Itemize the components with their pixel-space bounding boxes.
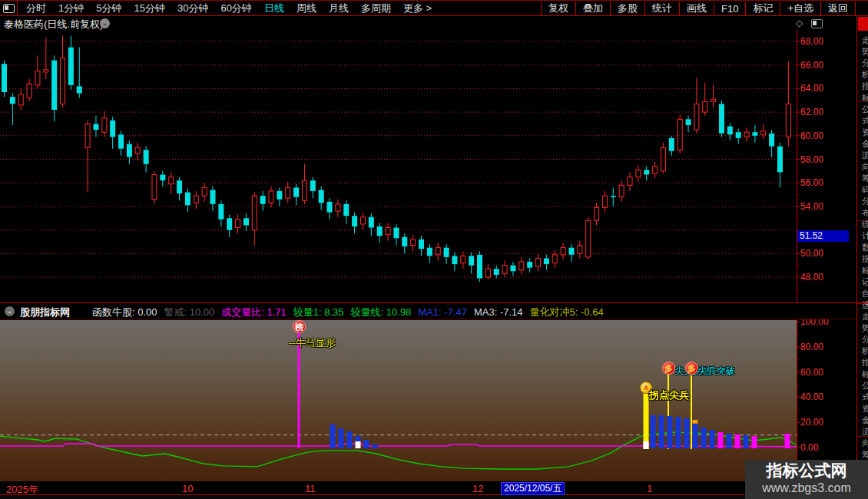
strip-label-char: 走	[862, 312, 868, 321]
period-tab-日线[interactable]: 日线	[258, 2, 290, 15]
strip-label-char: 指	[862, 82, 868, 91]
right-sidebar-strip[interactable]: 走势分析指标公式资金流向筹码分布统计数据标记自选走势分析指标公式资金流向筹码分	[856, 16, 868, 499]
selected-date-badge: 2025/12/05/五	[501, 482, 565, 495]
bottom-sliver	[0, 496, 868, 499]
action-button-标记[interactable]: 标记	[745, 2, 780, 15]
year-label: 2025年	[6, 483, 38, 497]
strip-label-char: 分	[862, 197, 868, 206]
indicator-source: 股朋指标网	[20, 306, 70, 319]
strip-label-char: 式	[862, 393, 868, 402]
strip-label-char: 向	[862, 439, 868, 448]
action-button-复权[interactable]: 复权	[541, 2, 575, 15]
period-tab-15分钟[interactable]: 15分钟	[128, 2, 171, 15]
strip-label-char: 记	[862, 278, 868, 286]
price-label-62.00: 62.00	[800, 107, 823, 117]
strip-label-char: 据	[862, 255, 868, 263]
indicator-field: MA1: -7.47	[418, 306, 467, 318]
layout-icon	[3, 4, 15, 13]
strip-label-char: 流	[862, 428, 868, 436]
candlestick-chart-area[interactable]	[0, 31, 797, 302]
strip-label-char: 走	[862, 36, 868, 45]
period-tab-周线[interactable]: 周线	[290, 2, 323, 15]
price-label-56.00: 56.00	[800, 177, 823, 188]
period-tab-60分钟[interactable]: 60分钟	[214, 2, 257, 15]
price-label-54.00: 54.00	[800, 201, 823, 212]
strip-label-char: 资	[862, 128, 868, 137]
strip-label-char: 分	[862, 59, 868, 68]
period-tab-月线[interactable]: 月线	[323, 2, 355, 15]
strip-label-char: 资	[862, 405, 868, 413]
strip-label-char: 计	[862, 232, 868, 240]
strip-label-char: 分	[862, 335, 868, 344]
toolbar-actions: 复权叠加多股统计画线F10标记+自选返回	[541, 1, 856, 16]
price-label-48.00: 48.00	[800, 272, 823, 283]
duo-marker-badge: 多	[685, 362, 698, 375]
price-label-50.00: 50.00	[800, 248, 823, 259]
month-label-10: 10	[182, 483, 193, 494]
action-button-画线[interactable]: 画线	[679, 2, 714, 15]
strip-label-char: 公	[862, 382, 868, 390]
diamond-icon: ◇	[796, 18, 803, 28]
strip-label-char: 金	[862, 416, 868, 425]
turn-annotation: 拐点尖兵	[649, 388, 689, 402]
period-tab-多周期[interactable]: 多周期	[355, 2, 397, 15]
more-menu-button[interactable]: 更多 >	[397, 2, 438, 15]
action-button-返回[interactable]: 返回	[820, 2, 856, 15]
period-tab-5分钟[interactable]: 5分钟	[90, 2, 128, 15]
strip-label-char: 标	[862, 94, 868, 102]
period-tab-分时[interactable]: 分时	[20, 2, 52, 15]
strip-label-char: 码	[862, 186, 868, 194]
strip-label-char: 析	[862, 71, 868, 79]
breakout-annotation: 尖兵突破	[698, 365, 735, 378]
duo-marker-badge: 多	[662, 362, 675, 375]
strip-label-char: 统	[862, 220, 868, 229]
strip-label-char: 布	[862, 209, 868, 217]
strip-label-char: 指	[862, 359, 868, 367]
divider	[0, 302, 868, 303]
strip-label-char: 势	[862, 48, 868, 56]
axis-border	[797, 31, 797, 495]
tdx-window: 分时1分钟5分钟15分钟30分钟60分钟日线周线月线多周期更多 > 复权叠加多股…	[0, 0, 868, 499]
indicator-field: 函数牛股: 0.00	[92, 306, 157, 318]
month-label-11: 11	[305, 483, 316, 494]
strip-label-char: 数	[862, 243, 868, 252]
period-tabs: 分时1分钟5分钟15分钟30分钟60分钟日线周线月线多周期更多 >	[20, 1, 438, 16]
strip-label-char: 流	[862, 151, 868, 160]
strip-label-char: 筹	[862, 451, 868, 459]
action-button-多股[interactable]: 多股	[610, 2, 644, 15]
indicator-field: 成交量比: 1.71	[221, 306, 287, 318]
indicator-field: 较量线: 10.98	[351, 306, 412, 318]
watermark: 指标公式网 www.zbgs3.com	[745, 460, 868, 499]
time-axis: 2025年 2025/12/05/五 1011121	[0, 482, 868, 495]
strip-label-char: 筹	[862, 174, 868, 183]
action-button-F10[interactable]: F10	[714, 3, 745, 15]
indicator-header: ⌄ 股朋指标网 函数牛股: 0.00警戒: 10.00成交量比: 1.71较量1…	[0, 303, 856, 319]
chevron-down-icon[interactable]: ⌄	[100, 18, 110, 28]
strip-red-button[interactable]	[858, 17, 868, 31]
price-label-66.00: 66.00	[800, 60, 823, 71]
title-bar: 泰格医药(日线.前复权) ⌄ ◇	[0, 16, 856, 31]
panel-icon	[811, 19, 823, 28]
indicator-field: MA3: -7.14	[474, 306, 523, 318]
period-tab-30分钟[interactable]: 30分钟	[171, 2, 214, 15]
bang-marker-badge: 榜	[293, 320, 306, 333]
stock-title: 泰格医药(日线.前复权)	[4, 18, 103, 31]
indicator-label-80.00: 80.00	[800, 342, 823, 352]
indicator-values: 函数牛股: 0.00警戒: 10.00成交量比: 1.71较量1: 8.35较量…	[92, 306, 611, 319]
price-label-68.00: 68.00	[800, 36, 823, 47]
layout-toggle-button[interactable]	[0, 1, 18, 16]
collapse-indicator-icon[interactable]: ⌄	[5, 306, 15, 316]
price-label-64.00: 64.00	[800, 83, 823, 94]
strip-label-char: 公	[862, 105, 868, 114]
action-button-统计[interactable]: 统计	[644, 2, 679, 15]
price-label-58.00: 58.00	[800, 154, 823, 165]
strip-label-char: 析	[862, 347, 868, 355]
window-icon[interactable]	[811, 19, 823, 28]
period-tab-1分钟[interactable]: 1分钟	[52, 2, 90, 15]
action-button-叠加[interactable]: 叠加	[575, 2, 610, 15]
strip-label-char: 式	[862, 117, 868, 125]
action-button-+自选[interactable]: +自选	[780, 2, 820, 15]
watermark-url: www.zbgs3.com	[745, 481, 868, 495]
strip-label-char: 自	[862, 289, 868, 298]
indicator-label-60.00: 60.00	[800, 367, 823, 378]
